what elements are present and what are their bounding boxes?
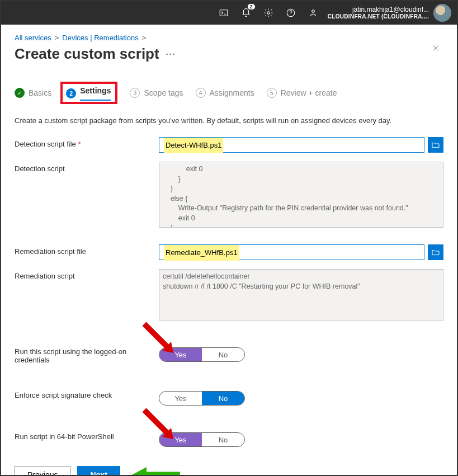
tab-review[interactable]: 5Review + create xyxy=(267,88,337,98)
feedback-icon[interactable] xyxy=(305,5,321,21)
label-64bit-ps: Run script in 64-bit PowerShell xyxy=(15,432,159,441)
label-logged-on: Run this script using the logged-on cred… xyxy=(15,347,159,364)
label-enforce-signature: Enforce script signature check xyxy=(15,391,159,399)
breadcrumb-devices[interactable]: Devices | Remediations xyxy=(62,34,138,42)
user-account[interactable]: jatin.makhija1@cloudinf... CLOUDINFRA.NE… xyxy=(328,4,451,22)
previous-button[interactable]: Previous xyxy=(15,466,70,476)
toggle-logged-on[interactable]: Yes No xyxy=(159,347,245,362)
help-icon[interactable] xyxy=(283,5,299,21)
label-remediation-script: Remediation script xyxy=(15,269,159,280)
avatar xyxy=(433,4,451,22)
portal-top-bar: 2 jatin.makhija1@cloudinf... CLOUDINFRA.… xyxy=(1,1,457,25)
browse-detection-file-button[interactable] xyxy=(428,137,443,153)
remediation-file-input[interactable]: Remediate_WHfB.ps1 xyxy=(159,244,424,260)
breadcrumb: All services > Devices | Remediations > xyxy=(15,34,443,42)
remediation-script-preview[interactable]: certutil /deletehellocontainer shutdown … xyxy=(159,269,443,321)
close-icon[interactable] xyxy=(431,44,440,55)
tab-settings[interactable]: 2Settings xyxy=(66,86,111,101)
toggle-64bit-powershell[interactable]: Yes No xyxy=(159,432,245,447)
more-icon[interactable]: ··· xyxy=(166,50,176,59)
svg-rect-0 xyxy=(220,10,228,16)
user-email: jatin.makhija1@cloudinf... xyxy=(328,6,429,13)
svg-marker-6 xyxy=(132,467,147,476)
tab-assignments[interactable]: 4Assignments xyxy=(196,88,254,98)
wizard-tabs: ✓Basics 2Settings 3Scope tags 4Assignmen… xyxy=(15,82,443,104)
notifications-icon[interactable]: 2 xyxy=(238,5,254,21)
user-tenant: CLOUDINFRA.NET (CLOUDINFRA.... xyxy=(328,13,429,20)
tab-basics[interactable]: ✓Basics xyxy=(15,88,51,98)
toggle-enforce-signature[interactable]: Yes No xyxy=(159,391,245,406)
breadcrumb-all-services[interactable]: All services xyxy=(15,34,51,42)
description-text: Create a custom script package from scri… xyxy=(15,116,443,125)
page-title: Create custom script··· xyxy=(15,45,443,63)
browse-remediation-file-button[interactable] xyxy=(428,244,443,260)
gear-icon[interactable] xyxy=(261,5,276,21)
cloudshell-icon[interactable] xyxy=(216,5,232,21)
svg-point-3 xyxy=(312,10,315,13)
label-remediation-file: Remediation script file xyxy=(15,244,159,256)
next-button[interactable]: Next xyxy=(77,466,120,476)
detection-script-preview[interactable]: exit 0 } } else { Write-Output "Registry… xyxy=(159,162,443,228)
label-detection-script: Detection script xyxy=(15,162,159,173)
detection-file-input[interactable]: Detect-WHfB.ps1 xyxy=(159,137,424,153)
tab-scope-tags[interactable]: 3Scope tags xyxy=(130,88,183,98)
label-detection-file: Detection script file * xyxy=(15,137,159,148)
svg-point-1 xyxy=(267,12,270,15)
